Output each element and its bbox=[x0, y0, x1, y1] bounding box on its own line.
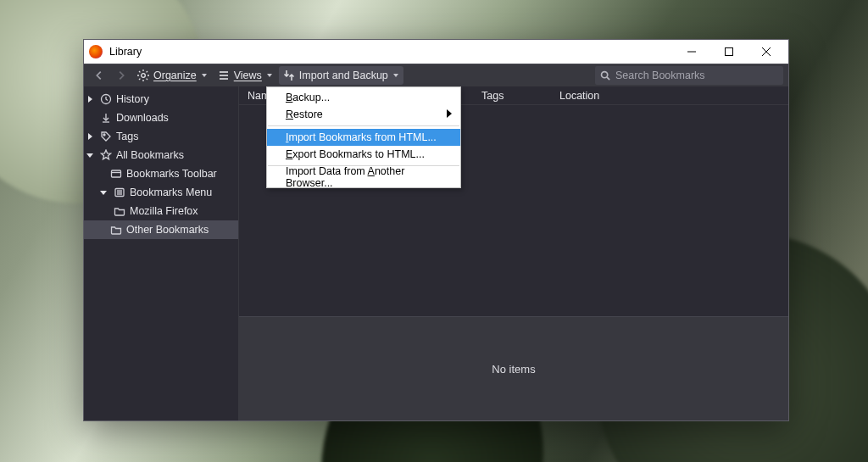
import-export-icon bbox=[282, 69, 296, 82]
column-header-location[interactable]: Location bbox=[551, 86, 788, 104]
firefox-icon bbox=[89, 45, 103, 58]
svg-point-8 bbox=[602, 72, 608, 78]
chevron-down-icon bbox=[267, 74, 272, 77]
titlebar[interactable]: Library bbox=[84, 40, 788, 64]
menu-item-import-other-browser[interactable]: Import Data from Another Browser... bbox=[267, 169, 460, 186]
svg-point-13 bbox=[103, 134, 105, 136]
details-pane: No items bbox=[239, 316, 788, 420]
star-icon bbox=[99, 148, 113, 162]
import-backup-label: Import and Backup bbox=[299, 70, 388, 81]
search-bookmarks-field[interactable] bbox=[595, 66, 783, 85]
menu-mnemonic: R bbox=[286, 109, 293, 120]
svg-rect-15 bbox=[112, 170, 121, 177]
sidebar-item-bookmarks-menu[interactable]: Bookmarks Menu bbox=[84, 183, 238, 202]
folder-icon bbox=[113, 204, 126, 218]
menu-mnemonic: I bbox=[286, 131, 288, 143]
column-header-tags[interactable]: Tags bbox=[473, 86, 551, 104]
back-button[interactable] bbox=[89, 66, 109, 85]
chevron-down-icon bbox=[393, 74, 398, 77]
folder-icon bbox=[109, 223, 123, 237]
minimize-button[interactable] bbox=[673, 41, 710, 63]
svg-marker-17 bbox=[100, 191, 107, 195]
svg-marker-12 bbox=[88, 133, 92, 140]
toolbar-icon bbox=[109, 167, 123, 181]
sidebar-tree: History Downloads Tags All Bookmarks Boo… bbox=[84, 86, 238, 420]
svg-marker-22 bbox=[447, 109, 452, 118]
bookmark-list[interactable]: Backup... Restore Import Bookmarks from … bbox=[239, 105, 788, 316]
sidebar-item-label: History bbox=[116, 93, 149, 105]
content-area: Name Tags Location Backup... Restore bbox=[238, 86, 788, 420]
import-backup-menu: Backup... Restore Import Bookmarks from … bbox=[266, 86, 461, 188]
sidebar-item-label: Tags bbox=[116, 131, 138, 142]
gear-icon bbox=[136, 69, 150, 82]
svg-marker-10 bbox=[88, 96, 92, 103]
search-icon bbox=[600, 70, 610, 81]
views-label: Views bbox=[234, 70, 262, 81]
chevron-down-icon bbox=[97, 188, 109, 197]
sidebar-item-label: Other Bookmarks bbox=[126, 224, 209, 236]
menu-item-import-html[interactable]: Import Bookmarks from HTML... bbox=[267, 129, 460, 146]
views-menu-button[interactable]: Views bbox=[214, 66, 277, 85]
organize-label: Organize bbox=[153, 70, 197, 81]
search-input[interactable] bbox=[615, 70, 783, 81]
maximize-button[interactable] bbox=[710, 41, 748, 63]
window-title: Library bbox=[109, 46, 673, 58]
sidebar-item-label: All Bookmarks bbox=[116, 149, 184, 161]
close-button[interactable] bbox=[748, 41, 785, 63]
menu-icon bbox=[113, 186, 126, 199]
submenu-arrow-icon bbox=[447, 109, 452, 120]
download-icon bbox=[99, 111, 113, 125]
sidebar-item-label: Bookmarks Toolbar bbox=[126, 168, 217, 180]
menu-mnemonic: B bbox=[286, 92, 292, 103]
sidebar-item-mozilla-firefox[interactable]: Mozilla Firefox bbox=[84, 202, 238, 220]
sidebar-item-history[interactable]: History bbox=[84, 90, 238, 109]
forward-button[interactable] bbox=[111, 66, 131, 85]
clock-icon bbox=[99, 92, 113, 106]
toolbar: Organize Views Import and Backup bbox=[84, 64, 788, 86]
chevron-right-icon bbox=[84, 95, 96, 103]
sidebar-item-label: Bookmarks Menu bbox=[130, 186, 212, 198]
menu-item-export-html[interactable]: Export Bookmarks to HTML... bbox=[267, 146, 460, 163]
import-backup-menu-button[interactable]: Import and Backup bbox=[279, 66, 403, 85]
sidebar-item-all-bookmarks[interactable]: All Bookmarks bbox=[84, 146, 238, 164]
menu-item-restore[interactable]: Restore bbox=[267, 106, 460, 123]
svg-line-9 bbox=[607, 77, 609, 80]
menu-mnemonic: E bbox=[286, 148, 292, 160]
sidebar-item-label: Mozilla Firefox bbox=[130, 205, 198, 217]
menu-item-backup[interactable]: Backup... bbox=[267, 89, 460, 106]
menu-mnemonic: A bbox=[368, 165, 375, 177]
chevron-down-icon bbox=[202, 74, 207, 77]
sidebar-item-other-bookmarks[interactable]: Other Bookmarks bbox=[84, 220, 238, 239]
no-items-label: No items bbox=[492, 363, 535, 376]
chevron-down-icon bbox=[84, 151, 96, 159]
sidebar-item-bookmarks-toolbar[interactable]: Bookmarks Toolbar bbox=[84, 164, 238, 183]
list-icon bbox=[217, 69, 231, 82]
sidebar-item-downloads[interactable]: Downloads bbox=[84, 109, 238, 127]
library-window: Library Organize bbox=[83, 39, 789, 421]
organize-menu-button[interactable]: Organize bbox=[133, 66, 212, 85]
sidebar-item-label: Downloads bbox=[116, 112, 169, 124]
sidebar-item-tags[interactable]: Tags bbox=[84, 127, 238, 146]
menu-separator bbox=[268, 125, 459, 126]
svg-point-4 bbox=[142, 74, 146, 78]
svg-rect-1 bbox=[726, 48, 733, 56]
chevron-right-icon bbox=[84, 132, 96, 141]
tag-icon bbox=[99, 130, 113, 143]
svg-marker-14 bbox=[86, 153, 93, 158]
